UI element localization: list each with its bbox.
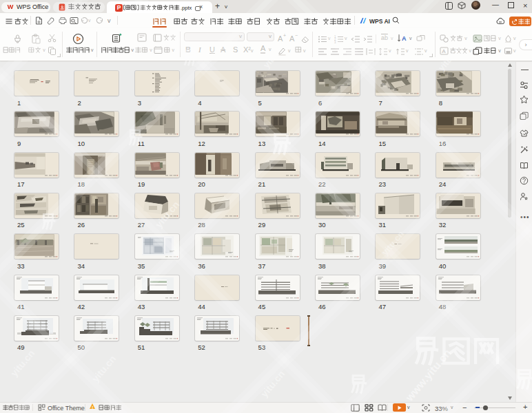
- svg-text:3: 3: [334, 41, 336, 43]
- svg-text:A: A: [442, 48, 446, 54]
- svg-text:A: A: [402, 35, 407, 42]
